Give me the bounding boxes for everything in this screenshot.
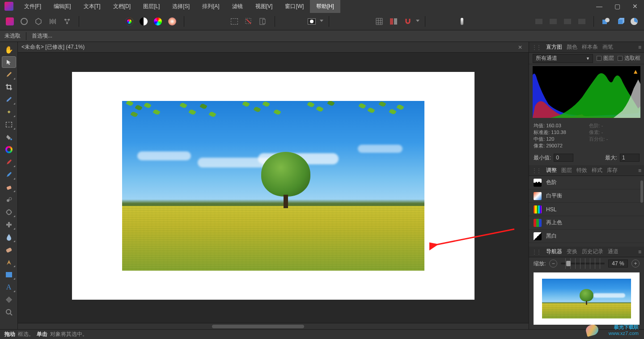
tab-effects[interactable]: 特效 — [576, 167, 587, 174]
dual-icon[interactable] — [387, 15, 400, 28]
menu-edit[interactable]: 编辑[E] — [47, 0, 77, 13]
persona-photo-icon[interactable] — [4, 15, 16, 28]
tab-brush[interactable]: 画笔 — [602, 43, 613, 51]
gradient-tool[interactable] — [2, 144, 16, 155]
menu-window[interactable]: 窗口[W] — [279, 0, 310, 13]
wand-tool[interactable]: ✦ — [2, 106, 16, 118]
document-close-icon[interactable]: ✕ — [515, 44, 525, 50]
minimize-button[interactable]: — — [590, 0, 608, 13]
tab-adjust[interactable]: 调整 — [546, 167, 557, 174]
autolevel-icon[interactable] — [166, 15, 178, 28]
tab-channels[interactable]: 通道 — [608, 248, 619, 255]
pie-tool-icon[interactable] — [628, 15, 640, 28]
tab-stock[interactable]: 库存 — [607, 167, 618, 174]
zoom-slider[interactable] — [561, 263, 605, 264]
cube-tool-icon[interactable] — [614, 15, 626, 28]
max-input[interactable]: 1 — [620, 154, 640, 162]
menu-filter[interactable]: 滤镜 — [226, 0, 249, 13]
selection-sub-icon[interactable] — [257, 15, 269, 28]
min-label: 最小值: — [534, 154, 551, 162]
menu-file[interactable]: 文件[F] — [18, 0, 47, 13]
menu-arrange[interactable]: 排列[A] — [196, 0, 226, 13]
tab-styles[interactable]: 样式 — [592, 167, 602, 174]
crop-tool[interactable] — [2, 81, 16, 93]
tab-transform[interactable]: 变换 — [567, 248, 577, 255]
chevron-down-icon[interactable] — [320, 20, 323, 23]
inpaint-tool[interactable] — [2, 244, 16, 255]
shape-tool-icon[interactable] — [599, 15, 612, 28]
zoom-in-button[interactable]: + — [631, 259, 640, 268]
marquee-checkbox[interactable]: 选取框 — [618, 54, 640, 62]
eraser-tool[interactable] — [2, 181, 16, 193]
maximize-button[interactable]: ▢ — [608, 0, 626, 13]
panel-menu-icon[interactable]: ≡ — [638, 249, 641, 255]
chevron-down-icon[interactable] — [416, 20, 419, 23]
blur-tool[interactable] — [2, 231, 16, 243]
adjust-bw[interactable]: 黑白 — [529, 230, 644, 243]
zoom-value[interactable]: 47 % — [608, 259, 628, 268]
layer-checkbox[interactable]: 图层 — [597, 54, 614, 62]
adjust-hsl[interactable]: HSL — [529, 203, 644, 216]
heal-tool[interactable] — [2, 219, 16, 230]
canvas-viewport[interactable] — [18, 53, 529, 323]
persona-export-icon[interactable] — [61, 15, 73, 28]
color-picker-tool[interactable] — [2, 69, 16, 80]
flood-fill-tool[interactable] — [2, 131, 16, 143]
mesh-tool[interactable] — [2, 294, 16, 306]
horizontal-scrollbar[interactable] — [18, 323, 529, 329]
grid-icon[interactable] — [373, 15, 386, 28]
selection-add-icon[interactable] — [242, 15, 255, 28]
persona-develop-icon[interactable] — [32, 15, 45, 28]
vector-brush-tool[interactable] — [2, 169, 16, 180]
close-button[interactable]: ✕ — [626, 0, 644, 13]
zoom-out-button[interactable]: − — [549, 259, 557, 268]
dodge-tool[interactable] — [2, 206, 16, 218]
autowb-icon[interactable] — [152, 15, 164, 28]
zoom-tool[interactable] — [2, 306, 16, 318]
selection-new-icon[interactable] — [228, 15, 241, 28]
tab-swatch[interactable]: 样本条 — [582, 43, 598, 51]
tab-histogram[interactable]: 直方图 — [546, 43, 562, 51]
autocolor-icon[interactable] — [123, 15, 136, 28]
recolor-icon — [534, 219, 542, 227]
tab-color[interactable]: 颜色 — [567, 43, 577, 51]
main-area: ✋ ✦ A <未命名> [已修改] (47.1%) ✕ — [0, 42, 644, 329]
menu-select[interactable]: 选择[S] — [166, 0, 196, 13]
assistant-icon[interactable] — [456, 15, 468, 28]
hand-tool[interactable]: ✋ — [2, 44, 16, 55]
autocontrast-icon[interactable] — [137, 15, 150, 28]
marquee-tool[interactable] — [2, 119, 16, 130]
move-tool[interactable] — [2, 56, 16, 68]
persona-tone-icon[interactable] — [47, 15, 59, 28]
menu-text[interactable]: 文本[T] — [77, 0, 107, 13]
navigator-preview[interactable] — [534, 272, 640, 325]
adjust-scrollbar[interactable] — [640, 180, 643, 203]
menu-document[interactable]: 文档[D] — [107, 0, 137, 13]
panel-menu-icon[interactable]: ≡ — [638, 167, 641, 174]
rectangle-tool[interactable] — [2, 269, 16, 280]
menu-view[interactable]: 视图[V] — [249, 0, 279, 13]
menu-layer[interactable]: 图层[L] — [137, 0, 166, 13]
adjust-recolor[interactable]: 再上色 — [529, 216, 644, 230]
tab-layers[interactable]: 图层 — [561, 167, 572, 174]
paint-brush-tool[interactable] — [2, 156, 16, 168]
channel-dropdown[interactable]: 所有通道▼ — [533, 54, 593, 63]
menu-help[interactable]: 帮助[H] — [310, 0, 340, 13]
pen-tool[interactable] — [2, 256, 16, 268]
drag-handle-icon[interactable]: ⋮⋮ — [532, 44, 541, 50]
clone-tool[interactable] — [2, 194, 16, 205]
tab-history[interactable]: 历史记录 — [582, 248, 603, 255]
brush-select-tool[interactable] — [2, 94, 16, 105]
tab-navigator[interactable]: 导航器 — [546, 248, 562, 255]
adjust-white-balance[interactable]: 白平衡 — [529, 189, 644, 203]
drag-handle-icon[interactable]: ⋮⋮ — [532, 249, 541, 255]
preferences-link[interactable]: 首选项... — [32, 32, 52, 40]
quickmask-icon[interactable] — [305, 15, 318, 28]
min-input[interactable]: 0 — [554, 154, 573, 162]
text-tool[interactable]: A — [2, 281, 16, 293]
panel-menu-icon[interactable]: ≡ — [638, 44, 641, 50]
snap-icon[interactable] — [402, 15, 414, 28]
persona-liquify-icon[interactable] — [18, 15, 30, 28]
adjust-levels[interactable]: 色阶 — [529, 176, 644, 189]
drag-handle-icon[interactable]: ⋮⋮ — [532, 167, 541, 174]
